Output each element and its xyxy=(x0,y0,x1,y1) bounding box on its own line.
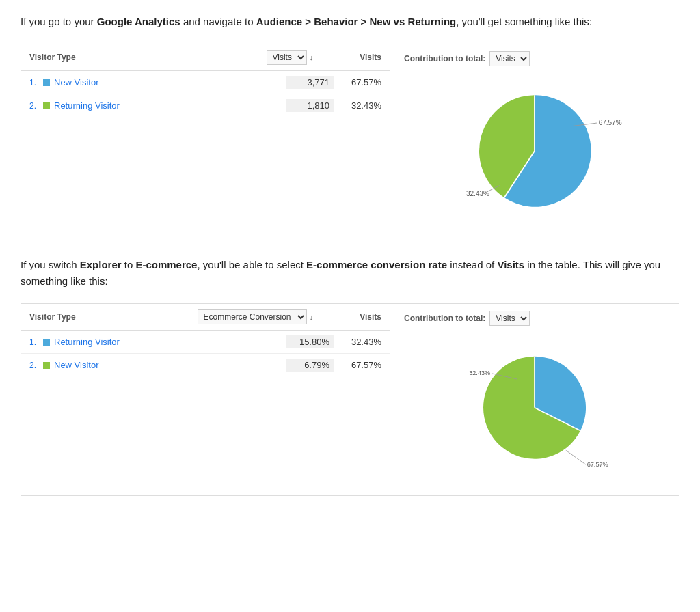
metric-dropdown-2[interactable]: Ecommerce Conversion Rate xyxy=(198,309,307,324)
metric-value-new-2: 6.79% xyxy=(286,359,334,372)
row-number: 1. xyxy=(29,337,43,347)
contribution-dropdown-2[interactable]: Visits xyxy=(489,311,530,326)
percent-value-new: 67.57% xyxy=(340,77,381,87)
svg-rect-5 xyxy=(43,362,50,369)
row-number: 1. xyxy=(29,78,43,87)
pie-chart-container-1: 67.57% 32.43% xyxy=(404,73,665,229)
svg-rect-1 xyxy=(43,102,50,109)
chart-header-1: Contribution to total: Visits xyxy=(404,51,665,66)
color-indicator-new-visitor xyxy=(43,79,50,86)
pie-chart-container-2: 32.43% 67.57% xyxy=(404,333,665,488)
chart-2: Contribution to total: Visits 32.43% xyxy=(390,304,679,495)
intro-paragraph-2: If you switch Explorer to E-commerce, yo… xyxy=(21,257,679,290)
chart-1: Contribution to total: Visits 67.57% xyxy=(390,44,679,236)
chart-header-2: Contribution to total: Visits xyxy=(404,311,665,326)
analytics-section-1: Visitor Type Visits ↓ Visits 1. New Visi… xyxy=(21,44,679,236)
color-indicator-returning-visitor xyxy=(43,102,50,109)
table-2-header: Visitor Type Ecommerce Conversion Rate ↓… xyxy=(21,304,390,331)
col-visitor-type-header: Visitor Type xyxy=(29,53,267,62)
color-indicator-new-2 xyxy=(43,362,50,369)
visitor-name-returning[interactable]: Returning Visitor xyxy=(54,100,286,111)
pie-label-32: 32.43% xyxy=(466,190,489,197)
visitor-name-new[interactable]: New Visitor xyxy=(54,77,286,87)
svg-rect-4 xyxy=(43,339,50,346)
pie-svg-1: 67.57% 32.43% xyxy=(466,83,603,219)
sort-icon-1: ↓ xyxy=(310,53,314,61)
table-row: 1. Returning Visitor 15.80% 32.43% xyxy=(21,331,390,354)
percent-value-returning-2: 32.43% xyxy=(340,337,381,347)
visitor-name-returning-2[interactable]: Returning Visitor xyxy=(54,337,286,347)
metric-value-returning-2: 15.80% xyxy=(286,335,334,348)
table-1: Visitor Type Visits ↓ Visits 1. New Visi… xyxy=(21,44,390,236)
pie-label-67-2: 67.57% xyxy=(587,461,608,468)
metric-selector-2[interactable]: Ecommerce Conversion Rate ↓ xyxy=(198,309,314,324)
table-row: 1. New Visitor 3,771 67.57% xyxy=(21,71,390,94)
svg-rect-0 xyxy=(43,79,50,86)
col-visitor-type-header-2: Visitor Type xyxy=(29,312,198,322)
row-number: 2. xyxy=(29,361,43,370)
table-row: 2. Returning Visitor 1,810 32.43% xyxy=(21,94,390,117)
visits-col-header-1: Visits xyxy=(327,53,381,62)
metric-selector-1[interactable]: Visits ↓ xyxy=(267,50,314,65)
sort-icon-2: ↓ xyxy=(310,313,314,321)
metric-value-returning: 1,810 xyxy=(286,99,334,112)
percent-value-new-2: 67.57% xyxy=(340,360,381,370)
table-2: Visitor Type Ecommerce Conversion Rate ↓… xyxy=(21,304,390,495)
table-1-header: Visitor Type Visits ↓ Visits xyxy=(21,44,390,71)
visitor-name-new-2[interactable]: New Visitor xyxy=(54,360,286,370)
contribution-label-1: Contribution to total: xyxy=(404,54,485,64)
color-indicator-returning-2 xyxy=(43,339,50,346)
intro-paragraph-1: If you go to your Google Analytics and n… xyxy=(21,14,679,30)
pie-label-32-2: 32.43% xyxy=(469,370,490,376)
table-row: 2. New Visitor 6.79% 67.57% xyxy=(21,354,390,376)
contribution-label-2: Contribution to total: xyxy=(404,314,485,323)
metric-value-new: 3,771 xyxy=(286,76,334,89)
metric-dropdown-1[interactable]: Visits xyxy=(267,50,307,65)
label-line-4 xyxy=(566,450,586,464)
pie-svg-2: 32.43% 67.57% xyxy=(466,335,603,486)
percent-value-returning: 32.43% xyxy=(340,100,381,111)
analytics-section-2: Visitor Type Ecommerce Conversion Rate ↓… xyxy=(21,303,679,496)
row-number: 2. xyxy=(29,101,43,111)
pie-label-67: 67.57% xyxy=(599,119,622,126)
contribution-dropdown-1[interactable]: Visits xyxy=(489,51,530,66)
visits-col-header-2: Visits xyxy=(327,312,381,322)
